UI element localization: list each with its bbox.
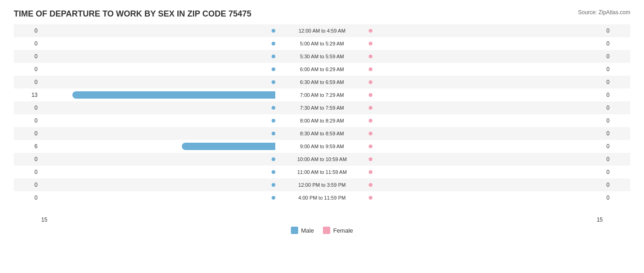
female-zero-dot [369,80,372,84]
female-value: 0 [603,53,630,60]
table-row: 06:30 AM to 6:59 AM0 [14,76,630,89]
time-label: 10:00 AM to 10:59 AM [276,156,368,162]
male-value: 0 [14,117,41,124]
male-bar-container [41,143,276,150]
legend-female-label: Female [333,227,353,234]
female-value: 0 [603,28,630,34]
male-bar-container [41,66,276,73]
male-zero-dot [272,42,275,45]
male-zero-dot [272,55,275,58]
time-label: 7:00 AM to 7:29 AM [276,92,368,98]
female-zero-dot [369,119,372,123]
legend-female: Female [323,227,353,234]
male-value: 0 [14,105,41,111]
female-zero-dot [369,55,372,58]
rows-container: 012:00 AM to 4:59 AM005:00 AM to 5:29 AM… [14,24,630,215]
male-zero-dot [272,183,275,187]
female-bar-container [368,53,603,61]
female-value: 0 [603,130,630,137]
female-bar-container [368,27,603,35]
table-row: 06:00 AM to 6:29 AM0 [14,63,630,76]
male-value: 0 [14,40,41,47]
male-zero-dot [272,106,275,110]
female-value: 0 [603,156,630,162]
male-value: 0 [14,156,41,162]
female-value: 0 [603,195,630,201]
male-bar-container [41,78,276,86]
male-value: 0 [14,195,41,201]
female-zero-dot [369,93,372,97]
male-value: 6 [14,143,41,150]
male-value: 0 [14,53,41,60]
axis-left: 15 [41,217,47,223]
female-bar-container [368,104,603,112]
source-label: Source: ZipAtlas.com [578,9,630,16]
male-bar-container [41,91,276,99]
female-bar-container [368,143,603,150]
female-bar-container [368,181,603,189]
male-bar-container [41,194,276,202]
table-row: 011:00 AM to 11:59 AM0 [14,166,630,178]
female-value: 0 [603,117,630,124]
table-row: 08:30 AM to 8:59 AM0 [14,127,630,140]
male-bar-container [41,27,276,35]
female-bar-container [368,78,603,86]
female-value: 0 [603,143,630,150]
female-value: 0 [603,92,630,98]
female-zero-dot [369,132,372,135]
female-bar-container [368,156,603,163]
table-row: 012:00 AM to 4:59 AM0 [14,24,630,37]
female-bar-container [368,194,603,202]
male-value: 0 [14,169,41,175]
time-label: 12:00 AM to 4:59 AM [276,28,368,33]
male-value: 0 [14,130,41,137]
female-zero-dot [369,67,372,71]
male-zero-dot [272,80,275,84]
male-bar-container [41,156,276,163]
time-label: 7:30 AM to 7:59 AM [276,105,368,111]
female-value: 0 [603,169,630,175]
legend-male-box [291,227,298,234]
female-bar-container [368,168,603,176]
male-value: 13 [14,92,41,98]
male-bar-container [41,168,276,176]
time-label: 12:00 PM to 3:59 PM [276,182,368,188]
male-zero-dot [272,157,275,161]
female-zero-dot [369,196,372,200]
chart-container: TIME OF DEPARTURE TO WORK BY SEX IN ZIP … [0,0,644,273]
time-label: 11:00 AM to 11:59 AM [276,169,368,175]
table-row: 137:00 AM to 7:29 AM0 [14,89,630,101]
time-label: 9:00 AM to 9:59 AM [276,144,368,149]
male-zero-dot [272,29,275,33]
time-label: 4:00 PM to 11:59 PM [276,195,368,201]
male-bar [182,143,275,150]
time-label: 6:00 AM to 6:29 AM [276,67,368,72]
legend-female-box [323,227,330,234]
female-zero-dot [369,42,372,45]
time-label: 5:00 AM to 5:29 AM [276,41,368,46]
legend-male-label: Male [301,227,314,234]
male-zero-dot [272,196,275,200]
chart-area: 012:00 AM to 4:59 AM005:00 AM to 5:29 AM… [14,24,630,228]
female-value: 0 [603,105,630,111]
male-bar-container [41,40,276,48]
table-row: 07:30 AM to 7:59 AM0 [14,101,630,114]
female-value: 0 [603,40,630,47]
table-row: 04:00 PM to 11:59 PM0 [14,191,630,204]
male-bar-container [41,130,276,138]
table-row: 08:00 AM to 8:29 AM0 [14,114,630,127]
table-row: 69:00 AM to 9:59 AM0 [14,140,630,153]
legend: Male Female [14,227,630,234]
legend-male: Male [291,227,314,234]
female-bar-container [368,130,603,138]
time-label: 6:30 AM to 6:59 AM [276,79,368,85]
male-value: 0 [14,28,41,34]
male-value: 0 [14,182,41,188]
male-bar-container [41,181,276,189]
female-bar-container [368,40,603,48]
female-bar-container [368,117,603,125]
time-label: 8:30 AM to 8:59 AM [276,131,368,136]
female-zero-dot [369,170,372,174]
female-zero-dot [369,183,372,187]
male-value: 0 [14,79,41,85]
